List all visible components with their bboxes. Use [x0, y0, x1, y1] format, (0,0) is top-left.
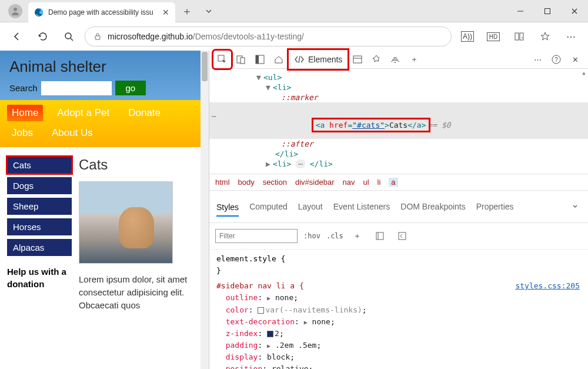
- read-aloud-button[interactable]: A)): [457, 26, 477, 46]
- cat-image: [79, 181, 173, 264]
- cls-toggle[interactable]: .cls: [326, 232, 343, 240]
- page-scrollbar[interactable]: [201, 51, 209, 369]
- sidebar-item-dogs[interactable]: Dogs: [7, 177, 72, 194]
- site-lock-icon: [93, 32, 102, 41]
- styles-source-link[interactable]: styles.css:205: [515, 280, 580, 292]
- tab-title: Demo page with accessibility issu: [48, 8, 156, 16]
- devtools-help-button[interactable]: ?: [548, 51, 564, 68]
- properties-tab[interactable]: Properties: [476, 202, 514, 211]
- page-heading: Cats: [79, 157, 202, 173]
- svg-rect-6: [95, 36, 100, 39]
- device-toggle-button[interactable]: [233, 51, 249, 68]
- svg-rect-20: [399, 232, 406, 240]
- event-listeners-tab[interactable]: Event Listeners: [333, 202, 390, 211]
- styles-subtabs[interactable]: Styles Computed Layout Event Listeners D…: [209, 191, 588, 223]
- window-close-button[interactable]: [561, 0, 588, 22]
- toggle-pane-button[interactable]: [394, 228, 410, 244]
- reading-list-button[interactable]: [509, 26, 529, 46]
- nav-about[interactable]: About Us: [47, 125, 98, 141]
- svg-rect-19: [376, 232, 383, 240]
- svg-text:?: ?: [554, 56, 558, 63]
- css-rule-block[interactable]: styles.css:205 #sidebar nav li a { outli…: [209, 277, 588, 369]
- refresh-button[interactable]: [33, 26, 53, 46]
- sidebar-item-cats[interactable]: Cats: [7, 157, 72, 174]
- computed-sidebar-button[interactable]: [372, 228, 388, 244]
- favorite-button[interactable]: [535, 26, 555, 46]
- hov-toggle[interactable]: :hov: [303, 232, 320, 240]
- sources-tab-button[interactable]: [368, 51, 385, 68]
- tab-close-icon[interactable]: ✕: [161, 8, 171, 17]
- styles-filter-input[interactable]: [215, 229, 298, 243]
- svg-point-16: [395, 62, 396, 63]
- elements-tab[interactable]: Elements: [289, 51, 347, 68]
- svg-rect-14: [353, 56, 362, 63]
- dom-breakpoints-tab[interactable]: DOM Breakpoints: [400, 202, 465, 211]
- svg-rect-8: [520, 33, 523, 40]
- welcome-tab[interactable]: [270, 51, 287, 68]
- network-tab-button[interactable]: [387, 51, 403, 68]
- svg-rect-3: [545, 8, 550, 14]
- url-host: microsoftedge.github.io: [108, 32, 193, 41]
- layout-tab[interactable]: Layout: [298, 202, 323, 211]
- dock-button[interactable]: [252, 51, 268, 68]
- breadcrumb-trail[interactable]: html body section div#sidebar nav ul li …: [209, 174, 588, 191]
- dom-actions-icon[interactable]: ⋯: [212, 112, 216, 121]
- search-label: Search: [9, 83, 38, 93]
- page-viewport: Animal shelter Search go Home Adopt a Pe…: [0, 51, 209, 369]
- donate-cta: Help us with a donation: [7, 265, 72, 290]
- back-button[interactable]: [7, 26, 27, 46]
- styles-chevron-icon[interactable]: [569, 195, 581, 218]
- go-button[interactable]: go: [115, 81, 146, 95]
- search-button[interactable]: [59, 26, 79, 46]
- svg-rect-13: [256, 55, 259, 64]
- svg-point-4: [65, 33, 71, 39]
- edge-favicon: [34, 8, 44, 17]
- settings-menu-button[interactable]: ⋯: [561, 26, 581, 46]
- svg-rect-11: [240, 58, 245, 64]
- sidebar-item-horses[interactable]: Horses: [7, 218, 72, 235]
- nav-donate[interactable]: Donate: [123, 105, 165, 121]
- window-minimize-button[interactable]: [507, 0, 534, 22]
- devtools-menu-button[interactable]: ⋯: [529, 51, 546, 68]
- browser-tab[interactable]: Demo page with accessibility issu ✕: [28, 2, 175, 22]
- search-input[interactable]: [41, 81, 112, 95]
- url-path: /Demos/devtools-a11y-testing/: [193, 32, 304, 41]
- sidebar-item-sheep[interactable]: Sheep: [7, 198, 72, 215]
- nav-home[interactable]: Home: [7, 105, 43, 121]
- computed-tab[interactable]: Computed: [249, 202, 288, 211]
- hd-button[interactable]: HD: [483, 26, 503, 46]
- main-nav: Home Adopt a Pet Donate Jobs About Us: [0, 100, 209, 147]
- more-tabs-button[interactable]: ＋: [406, 51, 422, 68]
- inspect-element-button[interactable]: [214, 51, 230, 68]
- profile-avatar[interactable]: [8, 4, 22, 18]
- new-tab-button[interactable]: ＋: [179, 3, 195, 19]
- nav-jobs[interactable]: Jobs: [7, 125, 38, 141]
- styles-tab[interactable]: Styles: [216, 202, 239, 217]
- tabs-chevron-icon[interactable]: [195, 0, 222, 22]
- dom-tree[interactable]: ▼<ul> ▼<li> ::marker ⋯ <a href="#cats">C…: [209, 69, 588, 174]
- element-style-block[interactable]: element.style { }: [209, 250, 588, 277]
- svg-line-5: [71, 38, 73, 41]
- dom-scrollbar[interactable]: ▲: [580, 69, 588, 174]
- devtools-close-button[interactable]: ✕: [567, 51, 583, 68]
- lorem-text: Lorem ipsum dolor, sit amet consectetur …: [79, 273, 202, 311]
- window-maximize-button[interactable]: [534, 0, 561, 22]
- sidebar-nav: Cats Dogs Sheep Horses Alpacas Help us w…: [7, 157, 72, 311]
- svg-point-0: [14, 8, 17, 11]
- nav-adopt[interactable]: Adopt a Pet: [52, 105, 114, 121]
- devtools-panel: Elements ＋ ⋯ ? ✕ ▼<ul> ▼<li> ::marker ⋯ …: [209, 51, 588, 369]
- sidebar-item-alpacas[interactable]: Alpacas: [7, 239, 72, 256]
- svg-rect-7: [515, 33, 519, 40]
- application-tab-button[interactable]: [349, 51, 366, 68]
- address-bar[interactable]: microsoftedge.github.io/Demos/devtools-a…: [85, 26, 452, 46]
- site-title: Animal shelter: [9, 58, 199, 76]
- new-style-rule-button[interactable]: ＋: [349, 228, 366, 244]
